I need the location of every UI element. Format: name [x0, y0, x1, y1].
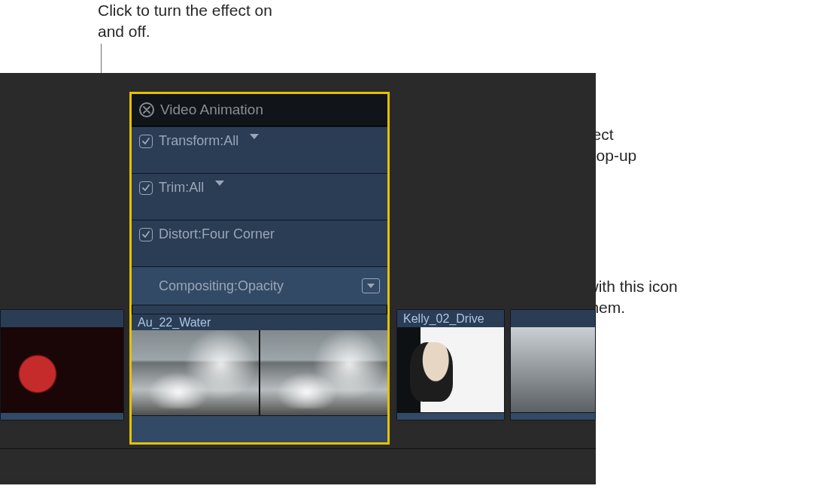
- canvas: Click to turn the effect on and off. Cho…: [0, 0, 835, 504]
- clip-thumbnail: [511, 327, 595, 412]
- clip-thumbnails: [1, 327, 123, 412]
- video-animation-panel: Video Animation Transform:All Trim:All: [129, 92, 390, 445]
- clip-audio-strip: [397, 412, 504, 420]
- timeline-clip[interactable]: [0, 309, 124, 421]
- timeline-clip[interactable]: Kelly_02_Drive: [396, 309, 505, 421]
- panel-title: Video Animation: [160, 102, 263, 118]
- clip-label: [1, 310, 123, 327]
- effect-label: Compositing:Opacity: [159, 278, 284, 294]
- clip-thumbnail: [132, 330, 259, 415]
- effect-label: Trim:All: [159, 180, 204, 196]
- effect-row-transform[interactable]: Transform:All: [132, 126, 387, 174]
- clip-audio-strip: [511, 412, 595, 420]
- effect-toggle-checkbox[interactable]: [139, 181, 153, 195]
- effect-label: Transform:All: [159, 133, 238, 149]
- clip-thumbnail: [260, 330, 387, 415]
- clip-thumbnails: [397, 327, 504, 412]
- clip-label: [511, 310, 595, 327]
- effect-toggle-checkbox[interactable]: [139, 135, 153, 148]
- effect-label: Distort:Four Corner: [159, 226, 275, 242]
- clip-label: Au_22_Water: [132, 314, 387, 330]
- chevron-down-icon[interactable]: [214, 180, 225, 187]
- editor-viewport: Kelly_02_Drive Video Animation: [0, 73, 596, 484]
- timeline-clip[interactable]: [510, 309, 596, 421]
- clip-thumbnails[interactable]: [132, 330, 387, 415]
- effect-row-compositing[interactable]: Compositing:Opacity: [132, 266, 387, 305]
- timeline-backstrip: [0, 448, 596, 478]
- close-icon[interactable]: [139, 102, 154, 117]
- effect-row-trim[interactable]: Trim:All: [132, 173, 387, 220]
- clip-label: Kelly_02_Drive: [397, 310, 504, 327]
- panel-header: Video Animation: [132, 94, 387, 126]
- clip-thumbnail: [397, 327, 504, 412]
- effect-row-distort[interactable]: Distort:Four Corner: [132, 220, 387, 267]
- expand-keyframe-icon[interactable]: [362, 278, 380, 293]
- clip-audio-area[interactable]: [132, 415, 387, 442]
- chevron-down-icon[interactable]: [249, 133, 260, 141]
- effect-toggle-checkbox[interactable]: [139, 228, 153, 241]
- clip-audio-strip: [1, 412, 123, 420]
- clip-thumbnails: [511, 327, 595, 412]
- clip-thumbnail: [1, 327, 123, 412]
- callout-toggle-effect: Click to turn the effect on and off.: [98, 0, 293, 43]
